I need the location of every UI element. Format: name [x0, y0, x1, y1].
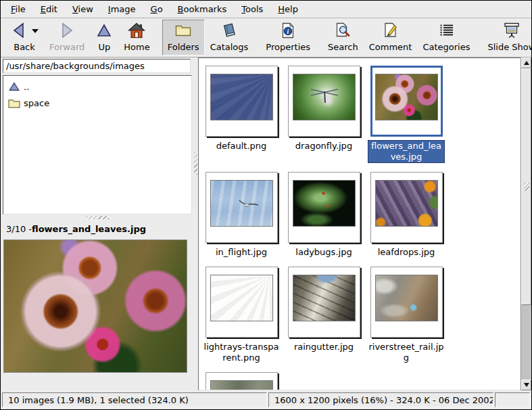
- menu-file[interactable]: File: [3, 1, 33, 17]
- menu-go[interactable]: Go: [143, 1, 170, 17]
- dragonfly-glyph: [310, 87, 339, 104]
- thumbnail-image: [210, 180, 273, 227]
- search-icon: [334, 22, 352, 41]
- up-label: Up: [98, 42, 110, 52]
- selection-status: 3/10 - flowers_and_leaves.jpg: [3, 221, 192, 237]
- menubar: File Edit View Image Go Bookmarks Tools …: [1, 1, 531, 18]
- horizontal-splitter[interactable]: [3, 214, 192, 221]
- book-icon: [220, 22, 238, 41]
- document-info-icon: i: [279, 22, 297, 41]
- thumbnail-label: default.png: [216, 141, 267, 152]
- thumbnail-label: dragonfly.jpg: [295, 141, 352, 152]
- scrollbar-thumb[interactable]: [521, 68, 531, 305]
- vertical-scrollbar[interactable]: [521, 58, 531, 390]
- thumbnail-flowers-and-leaves[interactable]: flowers_and_leaves.jpg: [368, 66, 445, 163]
- menu-image[interactable]: Image: [101, 1, 143, 17]
- thumbnail-lightrays-transparent[interactable]: lightrays-transparent.png: [203, 267, 280, 363]
- thumbnail-label: lightrays-transparent.png: [203, 342, 280, 363]
- projection-screen-icon: [503, 22, 521, 41]
- tree-item-parent[interactable]: ..: [5, 78, 190, 95]
- main-area: .. space 3/10 - flowers_and_leaves.jpg: [1, 58, 531, 390]
- thumbnail-image: [375, 74, 438, 120]
- home-icon: [128, 22, 145, 41]
- back-label: Back: [14, 42, 35, 52]
- thumbnail-image: [293, 180, 356, 227]
- catalogs-button[interactable]: Catalogs: [205, 20, 254, 55]
- location-input[interactable]: [3, 59, 191, 73]
- scroll-down-button[interactable]: [521, 380, 531, 390]
- splitter-grip: [86, 216, 109, 219]
- categories-label: Categories: [422, 42, 470, 52]
- thumbnail-raingutter[interactable]: raingutter.jpg: [285, 267, 362, 363]
- up-button[interactable]: Up: [90, 20, 118, 55]
- list-icon: [437, 22, 455, 41]
- comment-label: Comment: [369, 42, 412, 52]
- properties-button[interactable]: i Properties: [260, 20, 316, 55]
- back-button[interactable]: Back: [5, 20, 44, 55]
- document-pencil-icon: [382, 22, 400, 41]
- statusbar-image-details: 1600 x 1200 pixels (16%) - 324.0 K - 06 …: [268, 392, 493, 407]
- menu-view[interactable]: View: [65, 1, 101, 17]
- statusbar-spacer: [495, 392, 530, 407]
- selection-filename: flowers_and_leaves.jpg: [32, 224, 146, 234]
- folder-icon: [7, 98, 21, 108]
- left-pane: .. space 3/10 - flowers_and_leaves.jpg: [1, 58, 193, 390]
- thumbnail-label: ladybugs.jpg: [295, 247, 352, 258]
- scrollbar-track[interactable]: [521, 68, 531, 380]
- thumbnail-riverstreet-rail[interactable]: riverstreet_rail.jpg: [368, 267, 445, 363]
- arrow-up-icon: [524, 61, 529, 65]
- thumbnail-grid: default.png dragonfly.jpg flowers_and_le…: [199, 58, 520, 390]
- statusbar-images-info: 10 images (1.9 MB), 1 selected (324.0 K): [2, 392, 267, 407]
- statusbar: 10 images (1.9 MB), 1 selected (324.0 K)…: [1, 390, 531, 409]
- thumbnail-image: [293, 275, 356, 321]
- tree-item-label: space: [24, 98, 49, 108]
- search-button[interactable]: Search: [322, 20, 364, 55]
- vertical-splitter[interactable]: [193, 58, 198, 390]
- menu-tools[interactable]: Tools: [234, 1, 270, 17]
- back-dropdown-caret[interactable]: [32, 29, 39, 33]
- thumbnail-label: flowers_and_leaves.jpg: [368, 140, 445, 163]
- thumbnail-image: [293, 74, 356, 120]
- search-label: Search: [328, 42, 358, 52]
- statusbar-right-text: 1600 x 1200 pixels (16%) - 324.0 K - 06 …: [274, 395, 493, 405]
- arrow-down-icon: [524, 383, 529, 387]
- thumbnail-image: [210, 74, 273, 120]
- thumbnail-image: [210, 380, 273, 390]
- thumbnail-in-flight[interactable]: in_flight.jpg: [203, 172, 280, 258]
- slideshow-button[interactable]: Slide Show: [482, 20, 532, 55]
- thumbnail-label: leafdrops.jpg: [378, 247, 435, 258]
- thumbnail-ladybugs[interactable]: ladybugs.jpg: [285, 172, 362, 258]
- scroll-up-button[interactable]: [521, 58, 531, 68]
- gthumb-window: File Edit View Image Go Bookmarks Tools …: [0, 0, 532, 410]
- selection-position: 3/10 -: [6, 224, 32, 234]
- categories-button[interactable]: Categories: [417, 20, 475, 55]
- menu-help[interactable]: Help: [270, 1, 306, 17]
- folder-tree: .. space: [3, 75, 192, 214]
- thumbnail-image: [375, 180, 438, 227]
- thumbnail-browser: default.png dragonfly.jpg flowers_and_le…: [198, 58, 521, 390]
- thumbnail-label: riverstreet_rail.jpg: [368, 342, 445, 363]
- statusbar-left-text: 10 images (1.9 MB), 1 selected (324.0 K): [8, 395, 189, 405]
- forward-label: Forward: [49, 42, 84, 52]
- thumbnail-image: [210, 275, 273, 321]
- up-icon: [95, 22, 113, 41]
- thumbnail-default[interactable]: default.png: [203, 66, 280, 163]
- menu-bookmarks[interactable]: Bookmarks: [170, 1, 235, 17]
- thumbnail-image: [375, 275, 438, 321]
- thumbnail-partial[interactable]: [203, 372, 280, 390]
- menu-edit[interactable]: Edit: [33, 1, 65, 17]
- comment-button[interactable]: Comment: [364, 20, 418, 55]
- thumbnail-leafdrops[interactable]: leafdrops.jpg: [368, 172, 445, 258]
- bird-glyph: [237, 198, 260, 209]
- preview-image: [3, 240, 187, 373]
- folders-button[interactable]: Folders: [162, 20, 205, 55]
- scrollbar-grip: [524, 183, 529, 191]
- thumbnail-dragonfly[interactable]: dragonfly.jpg: [285, 66, 362, 163]
- thumbnail-label: raingutter.jpg: [294, 342, 354, 352]
- properties-label: Properties: [266, 42, 310, 52]
- folders-label: Folders: [168, 42, 199, 52]
- home-button[interactable]: Home: [118, 20, 155, 55]
- toolbar: Back Forward Up Home Folders: [1, 18, 531, 58]
- tree-item-label: ..: [24, 82, 29, 92]
- tree-item-space[interactable]: space: [5, 95, 190, 111]
